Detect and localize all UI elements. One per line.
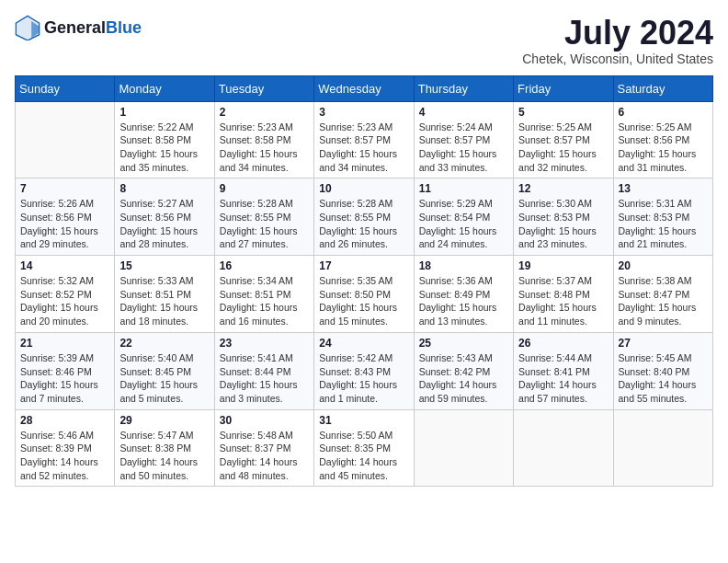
calendar-cell: 14Sunrise: 5:32 AM Sunset: 8:52 PM Dayli…: [16, 256, 115, 333]
week-row-5: 28Sunrise: 5:46 AM Sunset: 8:39 PM Dayli…: [16, 409, 713, 487]
day-number: 27: [619, 337, 708, 350]
day-info: Sunrise: 5:44 AM Sunset: 8:41 PM Dayligh…: [518, 351, 608, 406]
calendar-cell: 24Sunrise: 5:42 AM Sunset: 8:43 PM Dayli…: [314, 332, 414, 409]
day-number: 3: [319, 106, 408, 119]
logo-text: GeneralBlue: [44, 18, 142, 38]
day-number: 16: [220, 259, 309, 272]
calendar-cell: 8Sunrise: 5:27 AM Sunset: 8:56 PM Daylig…: [115, 178, 214, 256]
day-info: Sunrise: 5:23 AM Sunset: 8:58 PM Dayligh…: [220, 121, 309, 175]
day-number: 28: [20, 414, 109, 427]
calendar-cell: 12Sunrise: 5:30 AM Sunset: 8:53 PM Dayli…: [514, 178, 613, 256]
day-info: Sunrise: 5:28 AM Sunset: 8:55 PM Dayligh…: [319, 197, 408, 251]
day-info: Sunrise: 5:32 AM Sunset: 8:52 PM Dayligh…: [20, 274, 109, 328]
calendar-cell: 29Sunrise: 5:47 AM Sunset: 8:38 PM Dayli…: [115, 409, 214, 487]
day-header-sunday: Sunday: [16, 75, 115, 101]
calendar-cell: 30Sunrise: 5:48 AM Sunset: 8:37 PM Dayli…: [214, 409, 313, 487]
day-number: 9: [220, 182, 309, 195]
calendar-cell: [514, 409, 613, 487]
day-info: Sunrise: 5:38 AM Sunset: 8:47 PM Dayligh…: [619, 274, 708, 328]
day-number: 5: [518, 106, 608, 119]
title-block: July 2024 Chetek, Wisconsin, United Stat…: [522, 15, 713, 66]
day-number: 21: [20, 337, 109, 350]
day-number: 19: [518, 259, 608, 272]
week-row-4: 21Sunrise: 5:39 AM Sunset: 8:46 PM Dayli…: [16, 332, 713, 409]
day-info: Sunrise: 5:22 AM Sunset: 8:58 PM Dayligh…: [119, 121, 209, 175]
day-number: 12: [518, 182, 608, 195]
calendar-cell: 4Sunrise: 5:24 AM Sunset: 8:57 PM Daylig…: [414, 101, 513, 178]
calendar-cell: 20Sunrise: 5:38 AM Sunset: 8:47 PM Dayli…: [613, 256, 712, 333]
calendar-cell: 1Sunrise: 5:22 AM Sunset: 8:58 PM Daylig…: [115, 101, 214, 178]
day-number: 23: [220, 337, 309, 350]
day-number: 8: [119, 182, 209, 195]
day-number: 29: [119, 414, 209, 427]
day-info: Sunrise: 5:30 AM Sunset: 8:53 PM Dayligh…: [518, 197, 608, 251]
day-header-monday: Monday: [115, 75, 214, 101]
day-number: 30: [220, 414, 309, 427]
calendar-cell: 25Sunrise: 5:43 AM Sunset: 8:42 PM Dayli…: [414, 332, 513, 409]
day-info: Sunrise: 5:31 AM Sunset: 8:53 PM Dayligh…: [619, 197, 708, 251]
month-year-title: July 2024: [522, 15, 713, 52]
calendar-cell: 5Sunrise: 5:25 AM Sunset: 8:57 PM Daylig…: [514, 101, 613, 178]
day-header-thursday: Thursday: [414, 75, 513, 101]
calendar-cell: 11Sunrise: 5:29 AM Sunset: 8:54 PM Dayli…: [414, 178, 513, 256]
day-info: Sunrise: 5:34 AM Sunset: 8:51 PM Dayligh…: [220, 274, 309, 328]
day-number: 14: [20, 259, 109, 272]
day-info: Sunrise: 5:36 AM Sunset: 8:49 PM Dayligh…: [419, 274, 508, 328]
calendar-cell: 10Sunrise: 5:28 AM Sunset: 8:55 PM Dayli…: [314, 178, 414, 256]
week-row-2: 7Sunrise: 5:26 AM Sunset: 8:56 PM Daylig…: [16, 178, 713, 256]
day-info: Sunrise: 5:41 AM Sunset: 8:44 PM Dayligh…: [220, 351, 309, 406]
week-row-3: 14Sunrise: 5:32 AM Sunset: 8:52 PM Dayli…: [16, 256, 713, 333]
day-info: Sunrise: 5:35 AM Sunset: 8:50 PM Dayligh…: [319, 274, 408, 328]
day-info: Sunrise: 5:45 AM Sunset: 8:40 PM Dayligh…: [619, 351, 708, 406]
day-number: 13: [619, 182, 708, 195]
calendar-cell: 13Sunrise: 5:31 AM Sunset: 8:53 PM Dayli…: [613, 178, 712, 256]
day-number: 10: [319, 182, 408, 195]
day-info: Sunrise: 5:29 AM Sunset: 8:54 PM Dayligh…: [419, 197, 508, 251]
calendar-cell: 27Sunrise: 5:45 AM Sunset: 8:40 PM Dayli…: [613, 332, 712, 409]
calendar-cell: 21Sunrise: 5:39 AM Sunset: 8:46 PM Dayli…: [16, 332, 115, 409]
day-number: 15: [119, 259, 209, 272]
logo-general: General: [44, 18, 106, 37]
day-number: 1: [119, 106, 209, 119]
calendar-cell: 7Sunrise: 5:26 AM Sunset: 8:56 PM Daylig…: [16, 178, 115, 256]
day-info: Sunrise: 5:37 AM Sunset: 8:48 PM Dayligh…: [518, 274, 608, 328]
calendar-cell: 19Sunrise: 5:37 AM Sunset: 8:48 PM Dayli…: [514, 256, 613, 333]
day-number: 6: [619, 106, 708, 119]
day-info: Sunrise: 5:40 AM Sunset: 8:45 PM Dayligh…: [119, 351, 209, 406]
day-info: Sunrise: 5:33 AM Sunset: 8:51 PM Dayligh…: [119, 274, 209, 328]
calendar-cell: [414, 409, 513, 487]
calendar-cell: 15Sunrise: 5:33 AM Sunset: 8:51 PM Dayli…: [115, 256, 214, 333]
day-number: 25: [419, 337, 508, 350]
day-header-tuesday: Tuesday: [214, 75, 313, 101]
calendar-cell: 2Sunrise: 5:23 AM Sunset: 8:58 PM Daylig…: [214, 101, 313, 178]
day-info: Sunrise: 5:28 AM Sunset: 8:55 PM Dayligh…: [220, 197, 309, 251]
logo: GeneralBlue: [15, 15, 142, 40]
day-info: Sunrise: 5:48 AM Sunset: 8:37 PM Dayligh…: [220, 429, 309, 483]
day-header-wednesday: Wednesday: [314, 75, 414, 101]
calendar-cell: 26Sunrise: 5:44 AM Sunset: 8:41 PM Dayli…: [514, 332, 613, 409]
day-number: 7: [20, 182, 109, 195]
day-number: 24: [319, 337, 408, 350]
calendar-header: SundayMondayTuesdayWednesdayThursdayFrid…: [16, 75, 713, 101]
logo-blue: Blue: [106, 18, 142, 37]
day-info: Sunrise: 5:24 AM Sunset: 8:57 PM Dayligh…: [419, 121, 508, 175]
location-subtitle: Chetek, Wisconsin, United States: [522, 52, 713, 66]
day-info: Sunrise: 5:47 AM Sunset: 8:38 PM Dayligh…: [119, 429, 209, 483]
week-row-1: 1Sunrise: 5:22 AM Sunset: 8:58 PM Daylig…: [16, 101, 713, 178]
day-info: Sunrise: 5:50 AM Sunset: 8:35 PM Dayligh…: [319, 429, 408, 483]
calendar-cell: 17Sunrise: 5:35 AM Sunset: 8:50 PM Dayli…: [314, 256, 414, 333]
day-info: Sunrise: 5:23 AM Sunset: 8:57 PM Dayligh…: [319, 121, 408, 175]
day-number: 11: [419, 182, 508, 195]
day-info: Sunrise: 5:46 AM Sunset: 8:39 PM Dayligh…: [20, 429, 109, 483]
page-header: GeneralBlue July 2024 Chetek, Wisconsin,…: [15, 15, 713, 66]
day-info: Sunrise: 5:43 AM Sunset: 8:42 PM Dayligh…: [419, 351, 508, 406]
calendar-cell: 16Sunrise: 5:34 AM Sunset: 8:51 PM Dayli…: [214, 256, 313, 333]
calendar-cell: 31Sunrise: 5:50 AM Sunset: 8:35 PM Dayli…: [314, 409, 414, 487]
calendar-cell: 22Sunrise: 5:40 AM Sunset: 8:45 PM Dayli…: [115, 332, 214, 409]
day-info: Sunrise: 5:25 AM Sunset: 8:57 PM Dayligh…: [518, 121, 608, 175]
day-number: 4: [419, 106, 508, 119]
day-info: Sunrise: 5:39 AM Sunset: 8:46 PM Dayligh…: [20, 351, 109, 406]
calendar-cell: 28Sunrise: 5:46 AM Sunset: 8:39 PM Dayli…: [16, 409, 115, 487]
day-number: 2: [220, 106, 309, 119]
day-number: 17: [319, 259, 408, 272]
